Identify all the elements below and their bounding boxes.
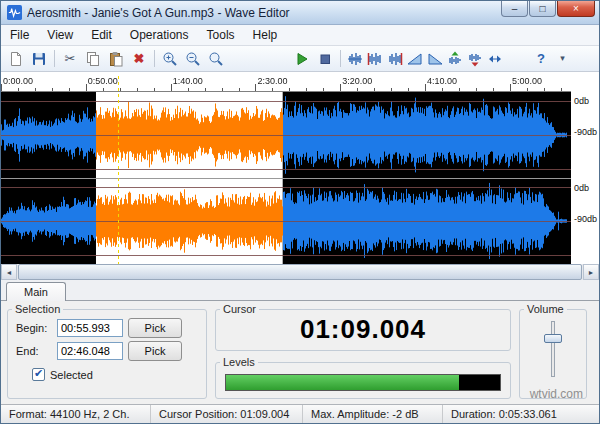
end-input[interactable]: [57, 342, 123, 360]
db-scale-label: -90db: [574, 127, 597, 137]
toolbar-separator: [340, 50, 341, 67]
paste-icon: [108, 51, 124, 67]
wave-tool-3-icon: [387, 51, 403, 67]
wave-tool-1-icon: [347, 51, 363, 67]
level-meter: [225, 374, 501, 391]
save-button[interactable]: [28, 48, 50, 70]
selection-panel: Selection Begin: Pick End: Pick Selected: [7, 303, 207, 399]
menu-item-help[interactable]: Help: [244, 26, 287, 44]
window-title: Aerosmith - Janie's Got A Gun.mp3 - Wave…: [27, 6, 290, 20]
wave-tool-3-button[interactable]: [385, 48, 404, 70]
delete-icon: ✖: [134, 52, 145, 65]
db-scale-label: 0db: [574, 96, 589, 106]
toolbar: ✂ ✖: [1, 46, 599, 72]
scrollbar-track[interactable]: [17, 264, 583, 280]
help-button[interactable]: ?: [530, 48, 552, 70]
window-controls: – □ ×: [500, 1, 599, 17]
volume-slider-thumb[interactable]: [544, 334, 562, 343]
cut-icon: ✂: [65, 52, 76, 65]
tab-strip: Main: [1, 280, 599, 301]
end-pick-button[interactable]: Pick: [128, 341, 182, 361]
waveform-editor: 0:00.00 0:50.00 1:40.00 2:30.00 3:20.00 …: [1, 72, 599, 264]
status-bar: Format: 44100 Hz, 2 Ch. Cursor Position:…: [1, 404, 599, 423]
new-button[interactable]: [5, 48, 27, 70]
copy-icon: [85, 51, 101, 67]
selected-checkbox-label: Selected: [50, 369, 93, 381]
wave-tool-7-button[interactable]: [465, 48, 484, 70]
help-icon: ?: [537, 52, 545, 65]
chevron-down-icon: ▾: [560, 52, 565, 65]
wave-tool-5-icon: [427, 51, 443, 67]
horizontal-scrollbar[interactable]: ◄ ►: [1, 264, 599, 280]
wave-editor-window: Aerosmith - Janie's Got A Gun.mp3 - Wave…: [0, 0, 600, 424]
selection-panel-title: Selection: [12, 303, 63, 315]
play-button[interactable]: [291, 48, 313, 70]
menu-item-file[interactable]: File: [1, 26, 38, 44]
menu-bar: File View Edit Operations Tools Help: [1, 25, 599, 46]
wave-tool-8-button[interactable]: [485, 48, 504, 70]
begin-label: Begin:: [16, 322, 52, 334]
levels-panel: Levels: [215, 356, 511, 399]
zoom-normal-button[interactable]: [205, 48, 227, 70]
zoom-in-icon: [162, 51, 178, 67]
zoom-out-icon: [185, 51, 201, 67]
toolbar-separator: [54, 50, 55, 67]
wave-tool-8-icon: [487, 51, 503, 67]
volume-panel: Volume: [519, 303, 587, 399]
volume-panel-title: Volume: [524, 303, 567, 315]
tab-main[interactable]: Main: [6, 282, 66, 301]
begin-input[interactable]: [57, 319, 123, 337]
volume-slider[interactable]: [520, 318, 586, 380]
db-scale-label: 0db: [574, 183, 589, 193]
scroll-right-button[interactable]: ►: [583, 264, 599, 280]
stop-icon: [317, 51, 333, 67]
menu-item-view[interactable]: View: [38, 26, 82, 44]
wave-tool-6-icon: [447, 51, 463, 67]
close-button[interactable]: ×: [557, 1, 595, 17]
delete-button[interactable]: ✖: [128, 48, 150, 70]
cursor-panel: Cursor 01:09.004: [215, 303, 511, 351]
status-duration: Duration: 0:05:33.061: [443, 405, 599, 423]
menu-item-operations[interactable]: Operations: [121, 26, 198, 44]
new-file-icon: [8, 51, 24, 67]
wave-tool-7-icon: [467, 51, 483, 67]
begin-pick-button[interactable]: Pick: [128, 318, 182, 338]
menu-item-edit[interactable]: Edit: [82, 26, 121, 44]
wave-tool-5-button[interactable]: [425, 48, 444, 70]
wave-tool-4-button[interactable]: [405, 48, 424, 70]
control-panel: Selection Begin: Pick End: Pick Selected…: [1, 301, 599, 404]
maximize-button[interactable]: □: [529, 1, 556, 17]
db-scale: 0db -90db 0db -90db: [571, 92, 599, 264]
copy-button[interactable]: [82, 48, 104, 70]
paste-button[interactable]: [105, 48, 127, 70]
toolbar-overflow-button[interactable]: ▾: [553, 48, 572, 70]
cut-button[interactable]: ✂: [59, 48, 81, 70]
wave-tool-1-button[interactable]: [345, 48, 364, 70]
end-label: End:: [16, 345, 52, 357]
zoom-normal-icon: [208, 51, 224, 67]
wave-tool-4-icon: [407, 51, 423, 67]
title-bar: Aerosmith - Janie's Got A Gun.mp3 - Wave…: [1, 1, 599, 25]
status-max-amplitude: Max. Amplitude: -2 dB: [303, 405, 443, 423]
wave-tool-2-button[interactable]: [365, 48, 384, 70]
volume-slider-track: [551, 321, 555, 377]
selected-checkbox[interactable]: [32, 368, 45, 381]
wave-tool-6-button[interactable]: [445, 48, 464, 70]
scrollbar-thumb[interactable]: [18, 264, 582, 280]
toolbar-separator: [154, 50, 155, 67]
zoom-in-button[interactable]: [159, 48, 181, 70]
status-cursor-position: Cursor Position: 01:09.004: [151, 405, 303, 423]
scroll-left-button[interactable]: ◄: [1, 264, 17, 280]
waveform-canvas[interactable]: [1, 72, 571, 264]
watermark: wtvid.com: [530, 387, 583, 401]
wave-tool-2-icon: [367, 51, 383, 67]
stop-button[interactable]: [314, 48, 336, 70]
menu-item-tools[interactable]: Tools: [198, 26, 244, 44]
zoom-out-button[interactable]: [182, 48, 204, 70]
save-icon: [31, 51, 47, 67]
levels-panel-title: Levels: [220, 356, 258, 368]
cursor-position-display: 01:09.004: [216, 314, 510, 345]
minimize-button[interactable]: –: [501, 1, 528, 17]
app-icon: [7, 5, 22, 20]
status-format: Format: 44100 Hz, 2 Ch.: [1, 405, 151, 423]
